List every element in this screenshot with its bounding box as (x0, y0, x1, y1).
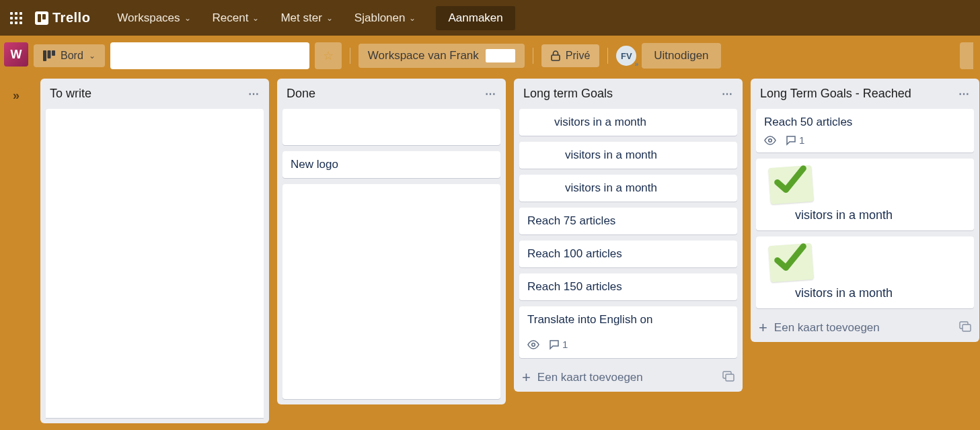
card[interactable]: Reach 75 articles (519, 208, 737, 234)
divider (607, 48, 608, 64)
add-card-button[interactable]: + Een kaart toevoegen (514, 363, 743, 392)
svg-rect-0 (43, 50, 46, 61)
star-board-button[interactable]: ☆ (315, 42, 342, 69)
nav-starred[interactable]: Met ster ⌄ (272, 7, 340, 29)
board-canvas[interactable]: To write ⋯ Done ⋯ New logo Long term Goa… (0, 76, 980, 430)
comment-icon: 1 (549, 339, 568, 350)
board-view-label: Bord (61, 50, 83, 62)
watch-icon (764, 136, 776, 145)
apps-launcher-icon[interactable] (7, 9, 26, 28)
card[interactable] (282, 109, 500, 145)
board-menu-toggle[interactable] (960, 42, 973, 69)
card-text: Reach 150 articles (527, 280, 622, 293)
template-icon[interactable] (959, 321, 971, 335)
card[interactable] (46, 109, 264, 418)
list-menu-icon[interactable]: ⋯ (248, 87, 260, 100)
trello-logo[interactable]: Trello (35, 10, 90, 26)
divider (350, 48, 350, 64)
trello-logo-icon (35, 11, 48, 25)
list-long-term-goals-reached: Long Term Goals - Reached ⋯ Reach 50 art… (751, 79, 979, 342)
card-text: Reach 100 articles (527, 247, 622, 260)
nav-recent-label: Recent (213, 11, 249, 25)
nav-templates[interactable]: Sjablonen ⌄ (346, 7, 424, 29)
svg-rect-2 (52, 50, 55, 56)
card[interactable]: Reach 100 articles (519, 241, 737, 267)
svg-point-4 (532, 343, 535, 346)
card[interactable]: New logo (282, 151, 500, 178)
checkmark-icon (768, 165, 814, 204)
nav-workspaces-label: Workspaces (117, 11, 180, 25)
card-text: New logo (291, 158, 338, 171)
chevron-down-icon: ⌄ (89, 51, 96, 60)
comment-count: 1 (799, 134, 804, 146)
card[interactable]: visitors in a month (756, 236, 974, 308)
app-header: Trello Workspaces ⌄ Recent ⌄ Met ster ⌄ … (0, 0, 980, 36)
svg-rect-1 (48, 50, 51, 58)
divider (533, 48, 533, 64)
board-header: W Bord ⌄ ☆ Workspace van Frank Privé FV … (0, 36, 980, 76)
board-view-switcher[interactable]: Bord ⌄ (34, 44, 105, 67)
list-title[interactable]: To write (50, 87, 91, 101)
workspace-badge-letter: W (11, 48, 22, 62)
watch-icon (527, 340, 539, 349)
chevron-down-icon: ⌄ (184, 13, 191, 23)
list-menu-icon[interactable]: ⋯ (485, 87, 496, 100)
list-to-write: To write ⋯ (40, 79, 269, 423)
card-text: visitors in a month (795, 208, 893, 222)
card[interactable]: Translate into English on 1 (519, 306, 737, 358)
star-icon: ☆ (323, 48, 334, 63)
nav-recent[interactable]: Recent ⌄ (204, 7, 268, 29)
list-title[interactable]: Done (287, 87, 315, 101)
visibility-label: Privé (566, 50, 590, 62)
card[interactable]: visitors in a month (519, 142, 737, 169)
list-cards: Reach 50 articles 1 visit (751, 109, 979, 314)
list-title[interactable]: Long term Goals (523, 87, 613, 101)
create-button-label: Aanmaken (448, 11, 502, 24)
board-title-input[interactable] (110, 42, 309, 69)
chevron-down-icon: ⌄ (409, 13, 416, 23)
add-card-button[interactable]: + Een kaart toevoegen (751, 314, 979, 342)
chevron-down-icon: ⌄ (326, 13, 333, 23)
nav-templates-label: Sjablonen (354, 11, 406, 25)
template-icon[interactable] (722, 371, 734, 384)
nav-workspaces[interactable]: Workspaces ⌄ (109, 7, 198, 29)
checkmark-icon (768, 243, 814, 282)
list-cards: visitors in a month visitors in a month … (514, 109, 743, 363)
sidebar-expand-button[interactable]: » (5, 85, 27, 106)
visibility-pill[interactable]: Privé (541, 44, 599, 67)
avatar-initials: FV (621, 51, 632, 61)
workspace-name-pill[interactable]: Workspace van Frank (359, 44, 525, 68)
invite-button-label: Uitnodigen (654, 49, 708, 62)
member-avatar[interactable]: FV » (616, 46, 636, 66)
card[interactable]: visitors in a month (756, 159, 974, 230)
card-text: visitors in a month (795, 286, 893, 300)
card[interactable]: visitors in a month (519, 175, 737, 202)
list-cards (40, 109, 269, 423)
workspace-name-label: Workspace van Frank (368, 49, 479, 62)
lock-icon (551, 50, 560, 61)
workspace-badge[interactable]: W (4, 42, 28, 67)
create-button[interactable]: Aanmaken (436, 6, 515, 30)
card-text: Translate into English on (527, 313, 652, 326)
svg-point-7 (769, 138, 772, 142)
redacted-area (486, 49, 515, 62)
list-menu-icon[interactable]: ⋯ (722, 87, 733, 100)
chevron-down-icon: ⌄ (252, 13, 259, 23)
plus-icon: + (759, 320, 767, 335)
card[interactable]: Reach 50 articles 1 (756, 109, 974, 153)
card-text: visitors in a month (565, 148, 657, 161)
comment-count: 1 (562, 339, 568, 350)
card[interactable]: visitors in a month (519, 109, 737, 136)
card-cover (764, 164, 966, 208)
app-name: Trello (52, 10, 90, 26)
board-icon (43, 50, 55, 61)
card[interactable] (282, 184, 500, 399)
card-badges: 1 (764, 134, 966, 146)
invite-button[interactable]: Uitnodigen (642, 43, 720, 69)
list-title[interactable]: Long Term Goals - Reached (760, 87, 911, 101)
card-cover (764, 242, 966, 286)
card[interactable]: Reach 150 articles (519, 273, 737, 300)
svg-rect-3 (552, 55, 560, 60)
svg-rect-6 (726, 374, 734, 381)
list-menu-icon[interactable]: ⋯ (958, 87, 970, 100)
